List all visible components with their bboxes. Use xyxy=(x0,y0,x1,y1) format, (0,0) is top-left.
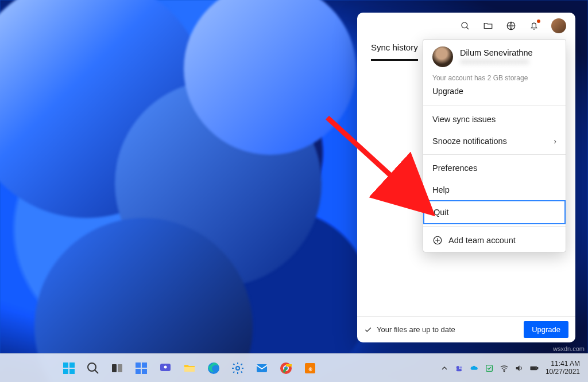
svg-point-18 xyxy=(164,365,167,368)
clock-date: 10/27/2021 xyxy=(546,368,580,376)
menu-add-team[interactable]: Add team account xyxy=(423,229,566,252)
user-email: xxxxxxxxxxxxxxxxxxxx xyxy=(460,57,533,65)
svg-rect-31 xyxy=(486,365,493,371)
mail-button[interactable] xyxy=(250,357,273,380)
menu-quit[interactable]: Quit xyxy=(423,200,566,224)
chat-button[interactable] xyxy=(154,357,177,380)
svg-rect-22 xyxy=(257,364,267,372)
bell-icon[interactable] xyxy=(528,20,540,32)
divider xyxy=(423,154,566,155)
popup-footer: Your files are up to date Upgrade xyxy=(357,316,575,342)
svg-rect-19 xyxy=(184,367,195,372)
menu-sync-issues[interactable]: View sync issues xyxy=(423,108,566,130)
avatar[interactable] xyxy=(551,18,566,33)
svg-rect-35 xyxy=(531,367,535,369)
clock-time: 11:41 AM xyxy=(551,360,580,368)
app-button[interactable]: ⎈ xyxy=(299,357,322,380)
check-icon xyxy=(364,326,372,334)
svg-rect-16 xyxy=(142,369,147,374)
svg-rect-11 xyxy=(112,364,117,372)
security-tray-icon[interactable] xyxy=(483,362,495,374)
globe-icon[interactable] xyxy=(505,20,517,32)
svg-line-1 xyxy=(466,27,469,29)
svg-rect-7 xyxy=(63,369,68,374)
taskbar-pinned: ⎈ xyxy=(57,357,322,380)
sync-status: Your files are up to date xyxy=(377,325,455,334)
svg-rect-6 xyxy=(69,362,75,368)
svg-rect-13 xyxy=(136,362,141,368)
tab-sync-history[interactable]: Sync history xyxy=(371,39,418,61)
svg-point-0 xyxy=(462,22,467,28)
plus-circle-icon xyxy=(432,235,443,245)
taskbar: ⎈ 11:41 AM 10/27/2021 xyxy=(0,353,588,382)
svg-point-9 xyxy=(88,363,96,371)
edge-button[interactable] xyxy=(202,357,225,380)
notification-dot xyxy=(537,20,540,23)
menu-help[interactable]: Help xyxy=(423,179,566,201)
svg-rect-30 xyxy=(457,369,462,371)
account-menu: Dilum Senevirathne xxxxxxxxxxxxxxxxxxxx … xyxy=(423,39,566,252)
chrome-button[interactable] xyxy=(274,357,297,380)
widgets-button[interactable] xyxy=(130,357,153,380)
svg-rect-5 xyxy=(63,362,68,368)
task-view-button[interactable] xyxy=(106,357,129,380)
volume-icon[interactable] xyxy=(513,362,525,374)
svg-text:⎈: ⎈ xyxy=(308,365,313,373)
clock[interactable]: 11:41 AM 10/27/2021 xyxy=(543,360,582,375)
avatar xyxy=(432,46,453,67)
storage-note: Your account has 2 GB storage xyxy=(432,74,556,82)
divider xyxy=(423,106,566,106)
svg-rect-34 xyxy=(537,367,537,369)
system-tray: 11:41 AM 10/27/2021 xyxy=(439,360,582,375)
svg-rect-8 xyxy=(69,369,75,374)
account-header: Dilum Senevirathne xxxxxxxxxxxxxxxxxxxx … xyxy=(423,40,566,103)
watermark: wsxdn.com xyxy=(553,345,585,352)
settings-button[interactable] xyxy=(226,357,249,380)
folder-icon[interactable] xyxy=(482,20,494,32)
search-button[interactable] xyxy=(82,357,105,380)
teams-tray-icon[interactable] xyxy=(454,362,465,374)
menu-preferences[interactable]: Preferences xyxy=(423,157,566,179)
tray-chevron-icon[interactable] xyxy=(439,362,450,374)
svg-point-28 xyxy=(457,366,459,369)
svg-point-29 xyxy=(460,366,462,368)
svg-point-21 xyxy=(236,367,239,370)
svg-rect-12 xyxy=(118,364,122,372)
svg-line-10 xyxy=(95,370,98,373)
upgrade-button[interactable]: Upgrade xyxy=(524,321,568,338)
upgrade-link[interactable]: Upgrade xyxy=(432,87,463,96)
svg-rect-15 xyxy=(136,369,141,374)
svg-point-32 xyxy=(504,371,504,371)
menu-snooze[interactable]: Snooze notifications › xyxy=(423,130,566,152)
wifi-icon[interactable] xyxy=(498,362,510,374)
onedrive-tray-icon[interactable] xyxy=(469,362,480,374)
battery-icon[interactable] xyxy=(528,362,540,374)
chevron-right-icon: › xyxy=(554,137,556,146)
svg-rect-14 xyxy=(142,362,147,368)
search-icon[interactable] xyxy=(459,20,471,32)
user-name: Dilum Senevirathne xyxy=(460,48,533,57)
divider xyxy=(423,226,566,227)
start-button[interactable] xyxy=(57,357,80,380)
file-explorer-button[interactable] xyxy=(178,357,201,380)
popup-toolbar xyxy=(357,13,575,39)
